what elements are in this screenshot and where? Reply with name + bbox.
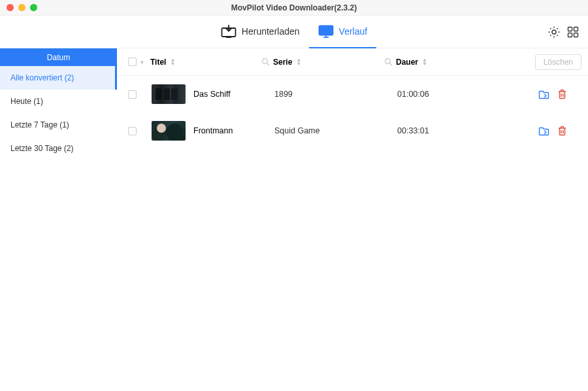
tab-download[interactable]: Herunterladen xyxy=(212,16,309,48)
select-all-checkbox[interactable] xyxy=(128,58,137,66)
svg-line-11 xyxy=(267,63,270,66)
sort-icon: ▲▼ xyxy=(296,58,301,66)
open-folder-button[interactable] xyxy=(538,126,549,136)
sidebar-item-label: Letzte 7 Tage (1) xyxy=(10,120,69,129)
tab-history-label: Verlauf xyxy=(339,26,368,37)
maximize-window-button[interactable] xyxy=(30,4,37,11)
download-icon xyxy=(221,25,237,38)
search-icon xyxy=(261,58,270,66)
svg-point-5 xyxy=(552,30,556,34)
window-titlebar: MovPilot Video Downloader(2.3.2) xyxy=(0,0,588,16)
column-header-duration[interactable]: Dauer ▲▼ xyxy=(396,58,507,67)
svg-line-13 xyxy=(390,63,393,66)
grid-menu-button[interactable] xyxy=(567,26,579,38)
table-row: Das Schiff 1899 01:00:06 xyxy=(117,76,588,112)
sidebar-item-label: Letzte 30 Tage (2) xyxy=(10,144,74,153)
table-row: Frontmann Squid Game 00:33:01 xyxy=(117,112,588,149)
sidebar-header-label: Datum xyxy=(47,53,70,62)
trash-icon xyxy=(557,126,567,136)
sidebar-header[interactable]: Datum xyxy=(0,48,117,66)
row-duration: 01:00:06 xyxy=(397,90,508,99)
search-title-button[interactable] xyxy=(261,58,273,66)
column-header-serie-label: Serie xyxy=(273,58,292,67)
header-dropdown-icon[interactable]: ▾ xyxy=(140,59,144,65)
column-header-title-label: Titel xyxy=(150,58,166,67)
tab-download-label: Herunterladen xyxy=(242,26,300,37)
sidebar-item-today[interactable]: Heute (1) xyxy=(0,90,117,113)
trash-icon xyxy=(557,89,567,99)
delete-row-button[interactable] xyxy=(557,89,567,99)
window-controls xyxy=(0,4,37,11)
svg-rect-8 xyxy=(568,33,572,37)
search-icon xyxy=(384,58,393,66)
row-serie: Squid Game xyxy=(274,126,385,135)
svg-point-10 xyxy=(263,59,268,64)
open-folder-icon xyxy=(538,126,549,136)
table-header: ▾ Titel ▲▼ Serie ▲▼ Dauer ▲▼ xyxy=(117,48,588,76)
tab-history[interactable]: Verlauf xyxy=(309,16,377,48)
gear-icon xyxy=(547,26,561,39)
svg-rect-2 xyxy=(319,26,333,35)
sidebar-item-label: Heute (1) xyxy=(10,97,43,106)
row-title: Das Schiff xyxy=(193,90,263,99)
sidebar-item-label: Alle konvertiert (2) xyxy=(10,73,74,82)
svg-rect-7 xyxy=(574,27,578,31)
sidebar-item-last-7-days[interactable]: Letzte 7 Tage (1) xyxy=(0,113,117,137)
open-folder-button[interactable] xyxy=(538,90,549,99)
search-serie-button[interactable] xyxy=(384,58,396,66)
row-title: Frontmann xyxy=(193,126,263,135)
row-checkbox[interactable] xyxy=(128,127,137,135)
column-header-title[interactable]: Titel ▲▼ xyxy=(150,58,261,67)
row-duration: 00:33:01 xyxy=(397,126,508,135)
grid-icon xyxy=(567,26,579,38)
row-checkbox[interactable] xyxy=(128,90,137,99)
svg-rect-9 xyxy=(574,33,578,37)
main-tab-bar: Herunterladen Verlauf xyxy=(0,16,588,48)
close-window-button[interactable] xyxy=(7,4,14,11)
sort-icon: ▲▼ xyxy=(422,58,427,66)
sort-icon: ▲▼ xyxy=(170,58,175,66)
delete-row-button[interactable] xyxy=(557,126,567,136)
settings-button[interactable] xyxy=(547,26,561,39)
content-area: ▾ Titel ▲▼ Serie ▲▼ Dauer ▲▼ xyxy=(117,48,588,391)
column-header-duration-label: Dauer xyxy=(396,58,418,67)
window-title: MovPilot Video Downloader(2.3.2) xyxy=(0,3,588,12)
open-folder-icon xyxy=(538,90,549,99)
column-header-serie[interactable]: Serie ▲▼ xyxy=(273,58,384,67)
row-serie: 1899 xyxy=(274,90,385,99)
delete-selected-button[interactable]: Löschen xyxy=(535,54,581,70)
sidebar-item-all-converted[interactable]: Alle konvertiert (2) xyxy=(0,66,117,90)
sidebar-item-last-30-days[interactable]: Letzte 30 Tage (2) xyxy=(0,137,117,160)
sidebar: Datum Alle konvertiert (2) Heute (1) Let… xyxy=(0,48,117,391)
video-thumbnail xyxy=(152,84,186,104)
svg-rect-6 xyxy=(568,27,572,31)
minimize-window-button[interactable] xyxy=(18,4,25,11)
video-thumbnail xyxy=(152,121,186,141)
monitor-icon xyxy=(318,25,334,38)
svg-point-12 xyxy=(385,59,391,64)
